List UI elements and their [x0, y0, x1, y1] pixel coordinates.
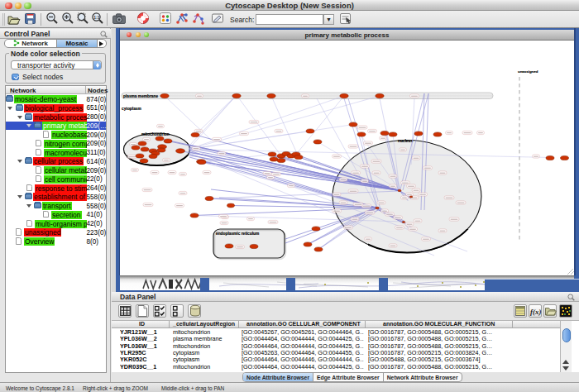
svg-text:endoplasmic reticulum: endoplasmic reticulum	[216, 231, 259, 235]
svg-text:unassigned: unassigned	[518, 69, 538, 74]
svg-text:cytoplasm: cytoplasm	[122, 106, 141, 110]
svg-text:mitochondrion: mitochondrion	[141, 132, 170, 136]
svg-text:plasma membrane: plasma membrane	[123, 94, 158, 98]
svg-text:1:1: 1:1	[93, 15, 99, 20]
svg-text:nucleus: nucleus	[398, 138, 413, 142]
svg-text:f(x): f(x)	[530, 307, 542, 315]
